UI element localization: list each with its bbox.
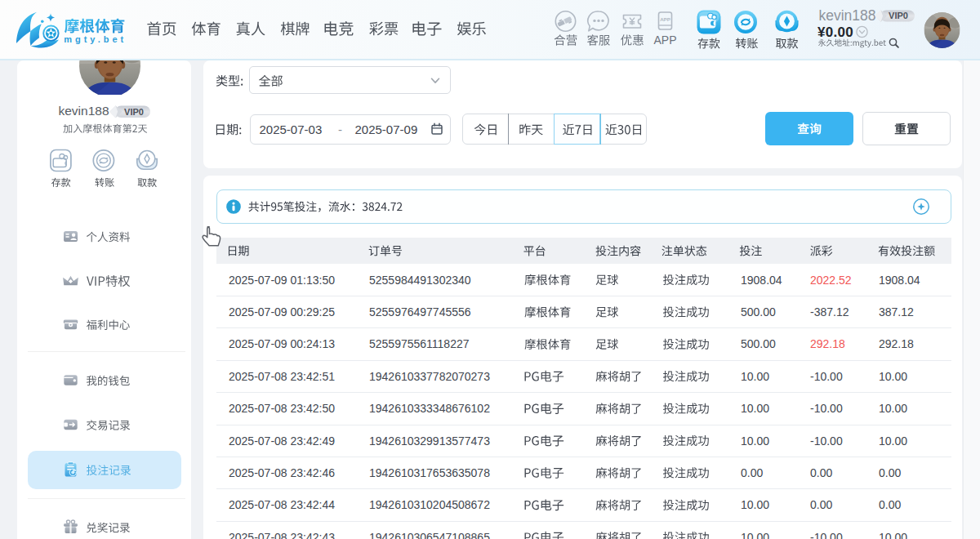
svg-text:VIP0: VIP0 — [889, 11, 908, 20]
svg-text:VIP0: VIP0 — [124, 107, 144, 117]
